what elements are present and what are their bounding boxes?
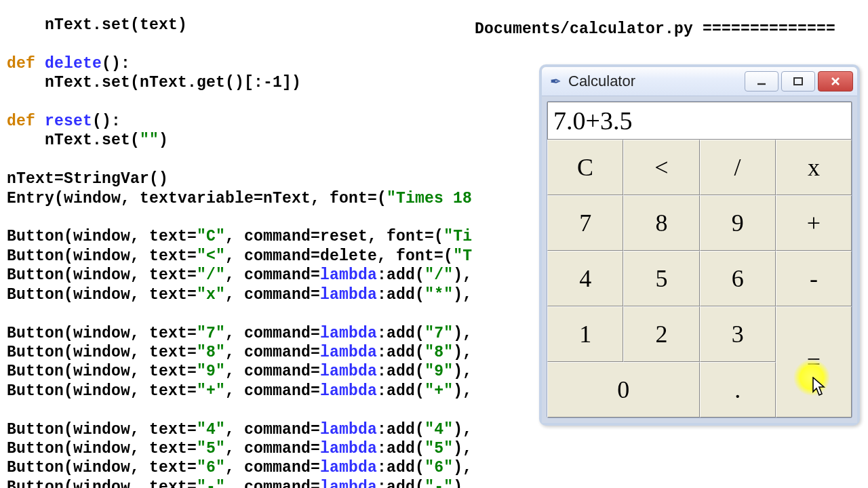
app-icon: ✒ (550, 73, 561, 89)
code-token: Button(window, text= (7, 479, 197, 488)
code-token: Button(window, text= (7, 363, 197, 380)
code-token: ), (453, 421, 472, 439)
code-token: :add( (377, 440, 425, 458)
code-token: "7" (425, 325, 453, 342)
three-button[interactable]: 3 (700, 306, 776, 362)
code-token: ), (453, 325, 472, 342)
six-button[interactable]: 6 (700, 251, 776, 306)
code-token: , command= (225, 440, 320, 458)
code-token: nText=StringVar() (7, 170, 168, 188)
code-editor[interactable]: nText.set(text) def delete(): nText.set(… (7, 16, 495, 488)
code-token: lambda (320, 459, 377, 476)
code-token: :add( (377, 459, 425, 476)
code-token: "Ti (443, 228, 472, 245)
code-token: "8" (197, 344, 225, 361)
code-token: , command= (225, 286, 320, 304)
code-token: lambda (320, 286, 377, 304)
shell-output-line: Documents/calculator.py ============== (475, 20, 835, 38)
code-token: ), (453, 382, 472, 400)
window-title: Calculator (568, 73, 742, 90)
code-token: def (7, 113, 45, 130)
code-token: ), (453, 266, 472, 284)
code-token: nText.set(text) (7, 16, 187, 34)
code-token: "6" (425, 459, 453, 476)
code-token: :add( (377, 479, 425, 488)
code-token: Button(window, text= (7, 286, 197, 304)
minus-button[interactable]: - (776, 251, 852, 306)
code-token: , command=reset, font=( (225, 228, 443, 245)
backspace-button[interactable]: < (623, 140, 699, 195)
code-token: ), (453, 459, 472, 476)
seven-button[interactable]: 7 (547, 195, 623, 251)
code-token: , command= (225, 459, 320, 476)
code-token: ), (453, 440, 472, 458)
code-token: , command= (225, 363, 320, 380)
code-token: Button(window, text= (7, 421, 197, 439)
code-token: "4" (197, 421, 225, 439)
code-token: :add( (377, 266, 425, 284)
code-token: Button(window, text= (7, 228, 197, 245)
code-token: lambda (320, 440, 377, 458)
code-token: lambda (320, 479, 377, 488)
code-token: "6" (197, 459, 225, 476)
multiply-button[interactable]: x (776, 140, 852, 195)
code-token: Button(window, text= (7, 440, 197, 458)
code-token: ), (453, 363, 472, 380)
code-token: Button(window, text= (7, 266, 197, 284)
code-token: nText.set(nText.get()[:-1]) (7, 74, 301, 92)
svg-rect-1 (794, 78, 802, 85)
code-token: "x" (197, 286, 225, 304)
minimize-button[interactable] (745, 71, 778, 92)
nine-button[interactable]: 9 (700, 195, 776, 251)
code-token: nText.set( (7, 131, 140, 149)
calculator-display[interactable]: 7.0+3.5 (547, 102, 852, 140)
code-token: lambda (320, 421, 377, 439)
code-token: "/" (197, 266, 225, 284)
code-token: "<" (197, 247, 225, 265)
equals-button[interactable]: = (776, 306, 852, 418)
code-token: ), (453, 286, 472, 304)
code-token: "+" (425, 382, 453, 400)
code-token: lambda (320, 344, 377, 361)
close-button[interactable] (818, 71, 853, 92)
code-token: Button(window, text= (7, 344, 197, 361)
code-token: def (7, 55, 45, 73)
code-token: "C" (197, 228, 225, 245)
code-token: :add( (377, 363, 425, 380)
five-button[interactable]: 5 (623, 251, 699, 306)
code-token: lambda (320, 382, 377, 400)
code-token: "9" (425, 363, 453, 380)
code-token: "T (453, 247, 472, 265)
clear-button[interactable]: C (547, 140, 623, 195)
code-token: :add( (377, 421, 425, 439)
code-token: Button(window, text= (7, 459, 197, 476)
code-token: "5" (197, 440, 225, 458)
window-title-bar[interactable]: ✒ Calculator (542, 67, 857, 96)
two-button[interactable]: 2 (623, 306, 699, 362)
code-token: :add( (377, 344, 425, 361)
four-button[interactable]: 4 (547, 251, 623, 306)
code-token: "5" (425, 440, 453, 458)
calculator-window: ✒ Calculator 7.0+3.5 C</x789+456-123=0. (539, 64, 860, 426)
code-token: :add( (377, 382, 425, 400)
code-token: delete (45, 55, 102, 73)
maximize-button[interactable] (781, 71, 815, 92)
code-token: , command= (225, 266, 320, 284)
code-token: Entry(window, textvariable=nText, font=( (7, 190, 387, 207)
code-token: Button(window, text= (7, 325, 197, 342)
decimal-button[interactable]: . (700, 362, 776, 418)
code-token: ), (453, 479, 472, 488)
code-token: Button(window, text= (7, 247, 197, 265)
code-token: "4" (425, 421, 453, 439)
code-token: "" (140, 131, 159, 149)
one-button[interactable]: 1 (547, 306, 623, 362)
code-token: "7" (197, 325, 225, 342)
code-token: "-" (425, 479, 453, 488)
zero-button[interactable]: 0 (547, 362, 700, 418)
plus-button[interactable]: + (776, 195, 852, 251)
divide-button[interactable]: / (700, 140, 776, 195)
eight-button[interactable]: 8 (623, 195, 699, 251)
code-token: :add( (377, 325, 425, 342)
code-token: "9" (197, 363, 225, 380)
code-token: ) (159, 131, 168, 149)
